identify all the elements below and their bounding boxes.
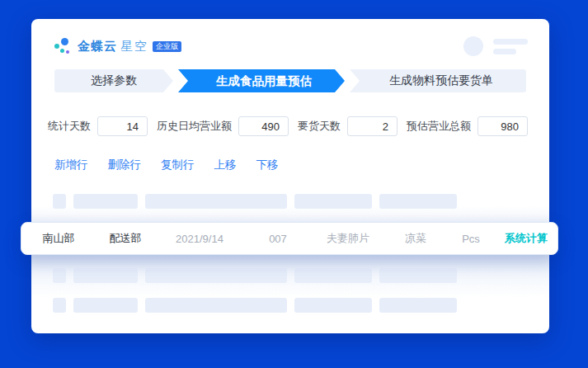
field-avg-revenue: 历史日均营业额 bbox=[157, 116, 289, 136]
field-est-revenue: 预估营业总额 bbox=[407, 116, 528, 136]
cell-code: 007 bbox=[244, 233, 312, 245]
placeholder-line bbox=[493, 49, 516, 54]
move-down-button[interactable]: 下移 bbox=[256, 158, 279, 172]
row-toolbar: 新增行 删除行 复制行 上移 下移 bbox=[54, 158, 279, 172]
cell-delivery-dept: 配送部 bbox=[96, 231, 155, 246]
brand-dots-icon bbox=[54, 37, 71, 55]
edition-badge: 企业版 bbox=[153, 41, 181, 52]
step-select-params[interactable]: 选择参数 bbox=[54, 69, 173, 92]
cell-calc-mode[interactable]: 系统计算 bbox=[495, 231, 557, 246]
table-row-skeleton bbox=[53, 298, 457, 313]
stat-days-label: 统计天数 bbox=[48, 119, 91, 134]
est-revenue-input[interactable] bbox=[477, 116, 528, 136]
cell-unit: Pcs bbox=[447, 233, 495, 245]
cell-category: 凉菜 bbox=[384, 231, 447, 246]
brand-name-primary: 金蝶云 bbox=[78, 39, 117, 54]
field-order-days: 要货天数 bbox=[298, 116, 397, 136]
add-row-button[interactable]: 新增行 bbox=[54, 158, 88, 172]
avg-revenue-input[interactable] bbox=[238, 116, 289, 136]
cell-department: 南山部 bbox=[21, 231, 96, 246]
step-generate-material-order[interactable]: 生成物料预估要货单 bbox=[350, 69, 526, 92]
step-generate-food-estimate[interactable]: 生成食品用量预估 bbox=[178, 69, 345, 92]
stat-days-input[interactable] bbox=[97, 116, 148, 136]
table-row-highlighted[interactable]: 南山部 配送部 2021/9/14 007 夫妻肺片 凉菜 Pcs 系统计算 bbox=[21, 222, 558, 255]
app-card: 金蝶云 星空 企业版 选择参数 生成食品用量预估 生成物料预估要货单 bbox=[31, 19, 549, 333]
field-stat-days: 统计天数 bbox=[48, 116, 148, 136]
move-up-button[interactable]: 上移 bbox=[214, 158, 237, 172]
table-row-skeleton bbox=[53, 268, 457, 283]
header: 金蝶云 星空 企业版 bbox=[54, 32, 528, 60]
step-label: 生成物料预估要货单 bbox=[389, 73, 493, 88]
cell-date: 2021/9/14 bbox=[155, 233, 244, 245]
cell-item: 夫妻肺片 bbox=[312, 231, 384, 246]
table-row-skeleton bbox=[53, 194, 457, 209]
placeholder-line bbox=[493, 39, 528, 45]
delete-row-button[interactable]: 删除行 bbox=[108, 158, 142, 172]
copy-row-button[interactable]: 复制行 bbox=[161, 158, 195, 172]
backdrop: 金蝶云 星空 企业版 选择参数 生成食品用量预估 生成物料预估要货单 bbox=[0, 0, 588, 368]
est-revenue-label: 预估营业总额 bbox=[407, 119, 471, 134]
brand-name-secondary: 星空 bbox=[120, 39, 148, 54]
avatar[interactable] bbox=[463, 36, 483, 56]
order-days-input[interactable] bbox=[347, 116, 397, 136]
user-info-placeholder bbox=[493, 39, 528, 54]
wizard-stepper: 选择参数 生成食品用量预估 生成物料预估要货单 bbox=[54, 69, 526, 92]
avg-revenue-label: 历史日均营业额 bbox=[157, 119, 232, 134]
parameter-form: 统计天数 历史日均营业额 要货天数 预估营业总额 bbox=[48, 116, 528, 136]
step-label: 生成食品用量预估 bbox=[216, 73, 312, 89]
order-days-label: 要货天数 bbox=[298, 119, 341, 134]
header-right bbox=[463, 36, 528, 56]
brand-logo: 金蝶云 星空 企业版 bbox=[54, 37, 181, 55]
step-label: 选择参数 bbox=[91, 73, 137, 88]
